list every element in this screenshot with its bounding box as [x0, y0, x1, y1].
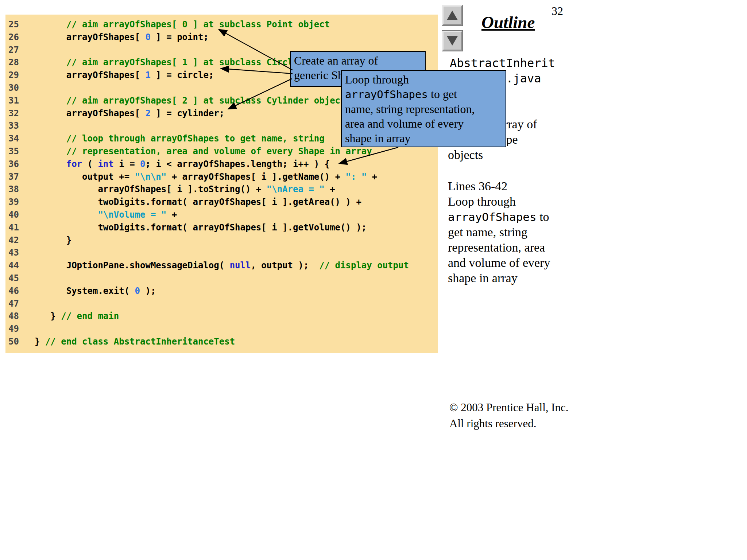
text-line: Loop through — [345, 72, 502, 87]
line-number: 38 — [8, 183, 35, 196]
line-number: 37 — [8, 171, 35, 183]
line-number: 46 — [8, 285, 35, 298]
code-line: 45 — [8, 272, 438, 285]
sidebar-note-lines-36-42: Lines 36-42Loop througharrayOfShapes tog… — [448, 179, 550, 286]
line-number: 27 — [8, 44, 35, 57]
code-line: 43 — [8, 246, 438, 259]
code-line: 25 // aim arrayOfShapes[ 0 ] at subclass… — [8, 18, 438, 31]
text-line: get name, string — [448, 225, 550, 240]
line-number: 41 — [8, 221, 35, 234]
code-line: 50} // end class AbstractInheritanceTest — [8, 335, 438, 348]
copyright: © 2003 Prentice Hall, Inc.All rights res… — [449, 400, 569, 432]
code-line: 41 twoDigits.format( arrayOfShapes[ i ].… — [8, 221, 438, 234]
text-line: name, string representation, — [345, 102, 502, 116]
line-number: 42 — [8, 234, 35, 247]
text-line: arrayOfShapes to — [448, 209, 550, 225]
line-number: 45 — [8, 272, 35, 285]
down-arrow-icon — [447, 36, 458, 46]
nav-up-button[interactable] — [442, 5, 462, 26]
code-line: 49 — [8, 323, 438, 335]
code-line: 26 arrayOfShapes[ 0 ] = point; — [8, 31, 438, 44]
text-line: arrayOfShapes to get — [345, 87, 502, 102]
nav-down-button[interactable] — [442, 31, 462, 51]
code-line: 39 twoDigits.format( arrayOfShapes[ i ].… — [8, 196, 438, 209]
code-line: 44 JOptionPane.showMessageDialog( null, … — [8, 259, 438, 272]
text-line: © 2003 Prentice Hall, Inc. — [449, 400, 569, 416]
text-line: shape in array — [345, 131, 502, 145]
text-line: All rights reserved. — [449, 416, 569, 432]
line-number: 29 — [8, 69, 35, 82]
code-line: 40 "\nVolume = " + — [8, 209, 438, 221]
line-number: 30 — [8, 82, 35, 94]
text-line: Loop through — [448, 194, 550, 209]
line-number: 39 — [8, 196, 35, 209]
code-line: 46 System.exit( 0 ); — [8, 285, 438, 298]
text-line: AbstractInherit — [450, 55, 555, 71]
line-number: 25 — [8, 18, 35, 31]
line-number: 36 — [8, 158, 35, 171]
code-line: 48 } // end main — [8, 310, 438, 323]
code-line: 36 for ( int i = 0; i < arrayOfShapes.le… — [8, 158, 438, 171]
line-number: 48 — [8, 310, 35, 323]
code-line: 42 } — [8, 234, 438, 247]
outline-title: Outline — [481, 12, 535, 32]
line-number: 31 — [8, 94, 35, 107]
line-number: 35 — [8, 145, 35, 158]
line-number: 50 — [8, 335, 35, 348]
line-number: 32 — [8, 107, 35, 120]
page-number: 32 — [551, 4, 563, 18]
line-number: 34 — [8, 132, 35, 145]
text-line: and volume of every — [448, 255, 550, 271]
line-number: 49 — [8, 323, 35, 335]
code-line: 47 — [8, 298, 438, 310]
line-number: 40 — [8, 209, 35, 221]
text-line: representation, area — [448, 240, 550, 255]
text-line: objects — [448, 147, 537, 163]
code-line: 37 output += "\n\n" + arrayOfShapes[ i ]… — [8, 171, 438, 183]
line-number: 43 — [8, 246, 35, 259]
text-line: area and volume of every — [345, 116, 502, 131]
up-arrow-icon — [447, 11, 458, 20]
line-number: 47 — [8, 298, 35, 310]
line-number: 28 — [8, 56, 35, 69]
line-number: 26 — [8, 31, 35, 44]
line-number: 44 — [8, 259, 35, 272]
code-line: 38 arrayOfShapes[ i ].toString() + "\nAr… — [8, 183, 438, 196]
line-number: 33 — [8, 120, 35, 132]
nav-buttons — [442, 5, 462, 56]
slide: 25 // aim arrayOfShapes[ 0 ] at subclass… — [0, 0, 747, 560]
text-line: Lines 36-42 — [448, 179, 550, 194]
text-line: Create an array of — [294, 53, 422, 68]
text-line: shape in array — [448, 271, 550, 286]
callout-loop-through: Loop througharrayOfShapes to getname, st… — [341, 70, 506, 147]
